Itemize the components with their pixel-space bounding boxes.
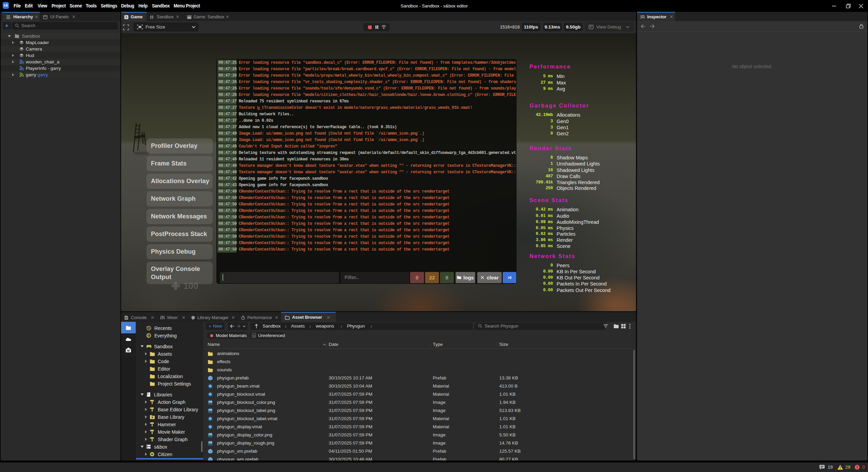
svg-text:M: M: [127, 349, 130, 352]
